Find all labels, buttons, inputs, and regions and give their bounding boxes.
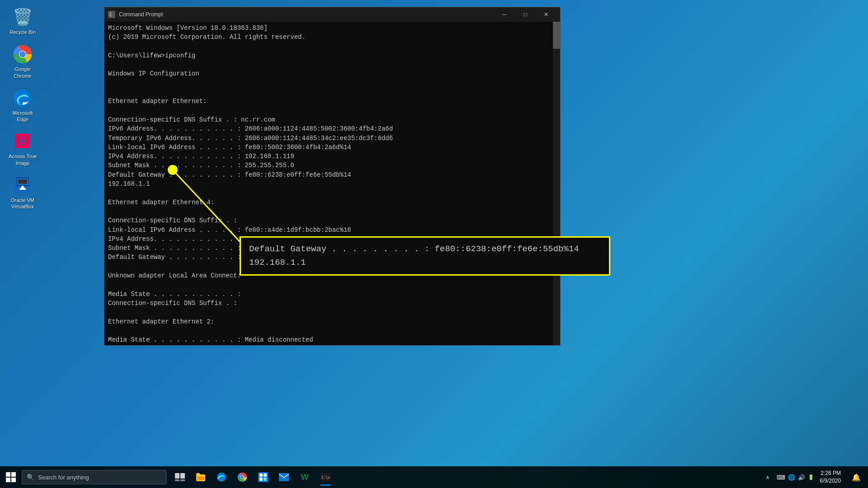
desktop-icons: 🗑️ Recycle Bin Google Chrome: [5, 5, 41, 212]
svg-rect-17: [175, 479, 179, 481]
cmd-line-32: Ethernet adapter Ethernet 2:: [108, 317, 557, 326]
taskbar-clock[interactable]: 2:26 PM 6/9/2020: [820, 469, 846, 485]
callout-line1: Default Gateway . . . . . . . . . : fe80…: [249, 242, 601, 256]
system-icons: ⌨ 🌐 🔊 🔋: [773, 474, 818, 481]
notification-button[interactable]: 🔔: [848, 473, 864, 482]
cmd-scrollbar[interactable]: [553, 22, 560, 345]
callout-box: Default Gateway . . . . . . . . . : fe80…: [240, 236, 610, 276]
taskbar-edge2[interactable]: [232, 467, 252, 487]
taskbar-mail[interactable]: [274, 467, 294, 487]
keyboard-icon: ⌨: [777, 474, 785, 481]
search-placeholder: Search for anything: [38, 474, 89, 481]
taskbar-word[interactable]: W: [295, 467, 315, 487]
svg-rect-25: [259, 474, 263, 477]
cmd-line-21: Connection-specific DNS Suffix . :: [108, 216, 557, 225]
cmd-titlebar: C Command Prompt ─ □ ✕: [104, 7, 560, 22]
svg-rect-18: [180, 479, 185, 481]
cmd-window: C Command Prompt ─ □ ✕ Microsoft Windows…: [104, 7, 561, 346]
svg-rect-14: [11, 478, 16, 482]
cmd-line-31: [108, 308, 557, 317]
volume-icon[interactable]: 🔊: [798, 474, 805, 481]
svg-rect-28: [264, 478, 267, 481]
taskbar-task-view[interactable]: [170, 467, 190, 487]
cmd-line-35: Connection-specific DNS Suffix . :: [108, 344, 557, 345]
search-icon: 🔍: [27, 474, 34, 481]
cmd-line-30: Connection-specific DNS Suffix . :: [108, 299, 557, 308]
google-chrome-icon[interactable]: Google Chrome: [5, 42, 41, 81]
svg-rect-26: [264, 474, 267, 477]
system-tray: ∧ ⌨ 🌐 🔊 🔋 2:26 PM 6/9/2020 🔔: [764, 469, 868, 485]
cmd-line-28: [108, 280, 557, 289]
cmd-line-10: [108, 106, 557, 115]
maximize-button[interactable]: □: [515, 7, 536, 22]
cmd-line-29: Media State . . . . . . . . . . . :: [108, 290, 557, 299]
svg-point-23: [241, 476, 244, 479]
svg-rect-7: [18, 179, 27, 184]
cmd-title-text: Command Prompt: [119, 11, 494, 18]
cmd-line-22: Link-local IPv6 Address . . . . . : fe80…: [108, 225, 557, 235]
network-icon[interactable]: 🌐: [788, 474, 795, 481]
cmd-scrollbar-thumb[interactable]: [553, 22, 560, 49]
taskbar-search[interactable]: 🔍 Search for anything: [22, 470, 166, 484]
taskbar-file-explorer[interactable]: [191, 467, 211, 487]
recycle-bin-icon[interactable]: 🗑️ Recycle Bin: [5, 5, 41, 37]
cmd-line-12: IPv6 Address. . . . . . . . . . . : 2606…: [108, 124, 557, 133]
cmd-line-3: [108, 42, 557, 51]
acronis-icon[interactable]: 🅰 Acronis True Image: [5, 129, 41, 168]
clock-date: 6/9/2020: [820, 477, 841, 485]
svg-rect-27: [259, 478, 263, 481]
cmd-line-2: (c) 2019 Microsoft Corporation. All righ…: [108, 33, 557, 42]
taskbar-store[interactable]: [253, 467, 273, 487]
taskbar-app-icons: W C:\>: [170, 467, 335, 487]
cmd-line-5: [108, 60, 557, 69]
cmd-line-33: [108, 326, 557, 335]
svg-rect-19: [197, 476, 204, 480]
start-button[interactable]: [0, 466, 22, 488]
svg-rect-16: [180, 473, 185, 479]
cmd-titlebar-icon: C: [108, 11, 115, 18]
cmd-line-19: Ethernet adapter Ethernet 4:: [108, 198, 557, 207]
cmd-titlebar-buttons: ─ □ ✕: [494, 7, 557, 22]
notification-arrow[interactable]: ∧: [764, 473, 771, 482]
svg-text:C: C: [109, 12, 112, 17]
cmd-line-1: Microsoft Windows [Version 10.0.18363.83…: [108, 23, 557, 33]
cmd-line-17b: 192.168.1.1: [108, 179, 557, 188]
cmd-line-9: Ethernet adapter Ethernet:: [108, 97, 557, 106]
cmd-line-18: [108, 188, 557, 197]
cmd-line-6: Windows IP Configuration: [108, 69, 557, 78]
cmd-line-13: Temporary IPv6 Address. . . . . . : 2606…: [108, 134, 557, 143]
callout-line2: 192.168.1.1: [249, 256, 601, 269]
svg-text:C:\>: C:\>: [321, 476, 330, 480]
battery-icon: 🔋: [808, 474, 814, 480]
close-button[interactable]: ✕: [536, 7, 557, 22]
cmd-line-7: [108, 79, 557, 88]
cmd-line-15: IPv4 Address. . . . . . . . . . . : 192.…: [108, 152, 557, 161]
cmd-content[interactable]: Microsoft Windows [Version 10.0.18363.83…: [104, 22, 560, 345]
clock-time: 2:26 PM: [821, 469, 841, 477]
cmd-line-14: Link-local IPv6 Address . . . . . : fe80…: [108, 143, 557, 152]
microsoft-edge-icon[interactable]: Microsoft Edge: [5, 85, 41, 125]
svg-rect-13: [6, 478, 10, 482]
svg-rect-15: [175, 473, 179, 479]
taskbar-cmd[interactable]: C:\>: [316, 467, 335, 487]
svg-rect-11: [6, 472, 10, 477]
desktop: 🗑️ Recycle Bin Google Chrome: [0, 0, 868, 488]
cmd-line-8: [108, 88, 557, 97]
virtualbox-icon[interactable]: Oracle VM VirtualBox: [5, 173, 41, 212]
cmd-line-4: C:\Users\lifew>ipconfig: [108, 51, 557, 60]
svg-point-2: [19, 51, 26, 57]
cmd-line-11: Connection-specific DNS Suffix . : nc.rr…: [108, 115, 557, 124]
svg-rect-29: [279, 473, 289, 481]
svg-rect-12: [11, 472, 16, 477]
taskbar: 🔍 Search for anything: [0, 466, 868, 488]
callout-dot: [168, 165, 178, 175]
minimize-button[interactable]: ─: [494, 7, 515, 22]
cmd-line-20: [108, 207, 557, 216]
cmd-line-34: Media State . . . . . . . . . . . : Medi…: [108, 335, 557, 344]
taskbar-edge[interactable]: [212, 467, 231, 487]
